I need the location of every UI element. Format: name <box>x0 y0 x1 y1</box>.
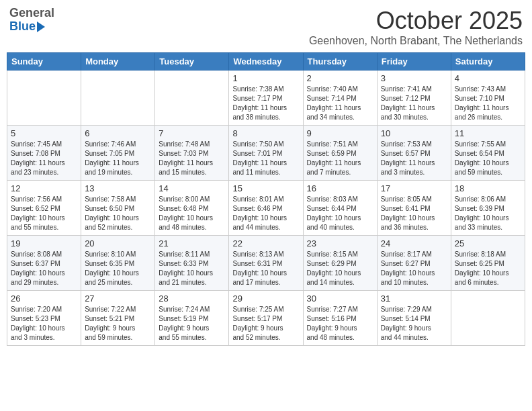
day-info: Sunrise: 7:40 AM Sunset: 7:14 PM Dayligh… <box>307 85 373 122</box>
calendar-cell: 22Sunrise: 8:13 AM Sunset: 6:31 PM Dayli… <box>229 236 303 291</box>
day-number: 13 <box>85 183 151 193</box>
day-number: 10 <box>381 128 447 138</box>
calendar-cell: 23Sunrise: 8:15 AM Sunset: 6:29 PM Dayli… <box>303 236 377 291</box>
calendar-cell: 13Sunrise: 7:58 AM Sunset: 6:50 PM Dayli… <box>81 181 155 236</box>
day-info: Sunrise: 7:22 AM Sunset: 5:21 PM Dayligh… <box>85 305 151 342</box>
day-info: Sunrise: 7:38 AM Sunset: 7:17 PM Dayligh… <box>232 85 299 122</box>
calendar-cell: 20Sunrise: 8:10 AM Sunset: 6:35 PM Dayli… <box>81 236 155 291</box>
day-info: Sunrise: 7:53 AM Sunset: 6:57 PM Dayligh… <box>381 140 447 177</box>
day-info: Sunrise: 8:15 AM Sunset: 6:29 PM Dayligh… <box>307 250 373 287</box>
week-row-1: 5Sunrise: 7:45 AM Sunset: 7:08 PM Daylig… <box>7 126 525 181</box>
month-title: October 2025 <box>309 7 523 35</box>
day-number: 3 <box>381 73 447 83</box>
logo-blue-text: Blue <box>9 20 54 34</box>
day-info: Sunrise: 8:11 AM Sunset: 6:33 PM Dayligh… <box>159 250 225 287</box>
calendar-cell <box>7 71 81 126</box>
week-row-3: 19Sunrise: 8:08 AM Sunset: 6:37 PM Dayli… <box>7 236 525 291</box>
calendar-cell: 27Sunrise: 7:22 AM Sunset: 5:21 PM Dayli… <box>81 291 155 346</box>
day-number: 27 <box>85 293 151 304</box>
day-info: Sunrise: 8:05 AM Sunset: 6:41 PM Dayligh… <box>381 195 447 232</box>
calendar-cell: 12Sunrise: 7:56 AM Sunset: 6:52 PM Dayli… <box>7 181 81 236</box>
header-monday: Monday <box>81 53 155 71</box>
day-number: 14 <box>159 183 225 193</box>
day-number: 8 <box>232 128 299 138</box>
day-info: Sunrise: 7:20 AM Sunset: 5:23 PM Dayligh… <box>11 305 77 342</box>
calendar-cell: 29Sunrise: 7:25 AM Sunset: 5:17 PM Dayli… <box>229 291 303 346</box>
day-info: Sunrise: 8:06 AM Sunset: 6:39 PM Dayligh… <box>455 195 521 232</box>
logo-arrow-icon <box>37 21 45 32</box>
day-info: Sunrise: 8:08 AM Sunset: 6:37 PM Dayligh… <box>11 250 77 287</box>
day-number: 5 <box>11 128 77 138</box>
day-number: 30 <box>307 293 373 304</box>
day-number: 23 <box>307 238 373 248</box>
calendar-cell: 31Sunrise: 7:29 AM Sunset: 5:14 PM Dayli… <box>377 291 451 346</box>
day-info: Sunrise: 8:00 AM Sunset: 6:48 PM Dayligh… <box>159 195 225 232</box>
day-info: Sunrise: 7:58 AM Sunset: 6:50 PM Dayligh… <box>85 195 151 232</box>
day-number: 22 <box>232 238 299 248</box>
day-info: Sunrise: 7:50 AM Sunset: 7:01 PM Dayligh… <box>232 140 299 177</box>
day-info: Sunrise: 7:41 AM Sunset: 7:12 PM Dayligh… <box>381 85 447 122</box>
calendar-cell: 16Sunrise: 8:03 AM Sunset: 6:44 PM Dayli… <box>303 181 377 236</box>
day-info: Sunrise: 7:25 AM Sunset: 5:17 PM Dayligh… <box>232 305 299 342</box>
header-row: SundayMondayTuesdayWednesdayThursdayFrid… <box>7 53 525 71</box>
day-info: Sunrise: 7:46 AM Sunset: 7:05 PM Dayligh… <box>85 140 151 177</box>
page-header: General Blue October 2025 Geenhoven, Nor… <box>7 7 525 47</box>
day-info: Sunrise: 7:48 AM Sunset: 7:03 PM Dayligh… <box>159 140 225 177</box>
calendar-cell: 3Sunrise: 7:41 AM Sunset: 7:12 PM Daylig… <box>377 71 451 126</box>
calendar-cell: 1Sunrise: 7:38 AM Sunset: 7:17 PM Daylig… <box>229 71 303 126</box>
calendar-cell: 9Sunrise: 7:51 AM Sunset: 6:59 PM Daylig… <box>303 126 377 181</box>
calendar-cell: 15Sunrise: 8:01 AM Sunset: 6:46 PM Dayli… <box>229 181 303 236</box>
calendar-cell: 19Sunrise: 8:08 AM Sunset: 6:37 PM Dayli… <box>7 236 81 291</box>
day-number: 16 <box>307 183 373 193</box>
day-number: 19 <box>11 238 77 248</box>
day-info: Sunrise: 7:29 AM Sunset: 5:14 PM Dayligh… <box>381 305 447 342</box>
calendar-cell: 28Sunrise: 7:24 AM Sunset: 5:19 PM Dayli… <box>155 291 229 346</box>
day-number: 24 <box>381 238 447 248</box>
calendar-cell: 26Sunrise: 7:20 AM Sunset: 5:23 PM Dayli… <box>7 291 81 346</box>
day-number: 29 <box>232 293 299 304</box>
calendar-cell: 11Sunrise: 7:55 AM Sunset: 6:54 PM Dayli… <box>451 126 525 181</box>
logo: General Blue <box>9 7 54 34</box>
calendar-cell: 18Sunrise: 8:06 AM Sunset: 6:39 PM Dayli… <box>451 181 525 236</box>
day-number: 1 <box>232 73 299 83</box>
day-info: Sunrise: 8:13 AM Sunset: 6:31 PM Dayligh… <box>232 250 299 287</box>
logo-general-text: General <box>9 7 54 20</box>
location: Geenhoven, North Brabant, The Netherland… <box>309 35 523 47</box>
header-friday: Friday <box>377 53 451 71</box>
day-number: 7 <box>159 128 225 138</box>
day-number: 25 <box>455 238 521 248</box>
calendar-table: SundayMondayTuesdayWednesdayThursdayFrid… <box>7 52 525 346</box>
calendar-cell: 2Sunrise: 7:40 AM Sunset: 7:14 PM Daylig… <box>303 71 377 126</box>
calendar-cell: 17Sunrise: 8:05 AM Sunset: 6:41 PM Dayli… <box>377 181 451 236</box>
day-number: 21 <box>159 238 225 248</box>
day-number: 17 <box>381 183 447 193</box>
calendar-cell: 6Sunrise: 7:46 AM Sunset: 7:05 PM Daylig… <box>81 126 155 181</box>
day-number: 4 <box>455 73 521 83</box>
header-sunday: Sunday <box>7 53 81 71</box>
week-row-0: 1Sunrise: 7:38 AM Sunset: 7:17 PM Daylig… <box>7 71 525 126</box>
week-row-2: 12Sunrise: 7:56 AM Sunset: 6:52 PM Dayli… <box>7 181 525 236</box>
calendar-cell <box>81 71 155 126</box>
day-info: Sunrise: 7:24 AM Sunset: 5:19 PM Dayligh… <box>159 305 225 342</box>
day-info: Sunrise: 8:01 AM Sunset: 6:46 PM Dayligh… <box>232 195 299 232</box>
week-row-4: 26Sunrise: 7:20 AM Sunset: 5:23 PM Dayli… <box>7 291 525 346</box>
day-number: 12 <box>11 183 77 193</box>
calendar-cell: 25Sunrise: 8:18 AM Sunset: 6:25 PM Dayli… <box>451 236 525 291</box>
header-saturday: Saturday <box>451 53 525 71</box>
calendar-cell: 14Sunrise: 8:00 AM Sunset: 6:48 PM Dayli… <box>155 181 229 236</box>
calendar-cell <box>155 71 229 126</box>
day-number: 28 <box>159 293 225 304</box>
calendar-cell: 10Sunrise: 7:53 AM Sunset: 6:57 PM Dayli… <box>377 126 451 181</box>
calendar-cell: 7Sunrise: 7:48 AM Sunset: 7:03 PM Daylig… <box>155 126 229 181</box>
day-info: Sunrise: 8:17 AM Sunset: 6:27 PM Dayligh… <box>381 250 447 287</box>
calendar-cell: 4Sunrise: 7:43 AM Sunset: 7:10 PM Daylig… <box>451 71 525 126</box>
day-number: 15 <box>232 183 299 193</box>
day-number: 9 <box>307 128 373 138</box>
day-info: Sunrise: 7:45 AM Sunset: 7:08 PM Dayligh… <box>11 140 77 177</box>
title-block: October 2025 Geenhoven, North Brabant, T… <box>309 7 523 47</box>
calendar-cell: 24Sunrise: 8:17 AM Sunset: 6:27 PM Dayli… <box>377 236 451 291</box>
day-info: Sunrise: 8:03 AM Sunset: 6:44 PM Dayligh… <box>307 195 373 232</box>
day-info: Sunrise: 7:55 AM Sunset: 6:54 PM Dayligh… <box>455 140 521 177</box>
day-info: Sunrise: 7:56 AM Sunset: 6:52 PM Dayligh… <box>11 195 77 232</box>
day-number: 31 <box>381 293 447 304</box>
